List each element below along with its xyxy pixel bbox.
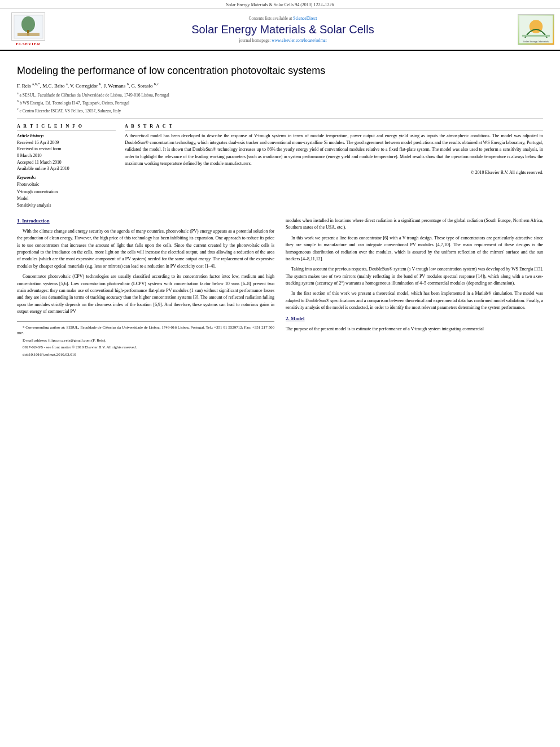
abstract-copyright: © 2010 Elsevier B.V. All rights reserved… <box>125 170 543 175</box>
accepted-date: Accepted 11 March 2010 <box>17 159 116 166</box>
body-col-left: 1. Introduction With the climate change … <box>17 217 274 359</box>
article-container: Modeling the performance of low concentr… <box>0 51 560 370</box>
revised-date: 8 March 2010 <box>17 152 116 159</box>
sciencedirect-link[interactable]: ScienceDirect <box>293 16 317 21</box>
homepage-line: journal homepage: www.elsevier.com/locat… <box>51 38 515 43</box>
authors-text: F. Reis a,b,*, M.C. Brito a, V. Corregid… <box>17 83 159 89</box>
section-2-heading: 2. Model <box>286 315 543 323</box>
keyword-3: Model <box>17 195 116 202</box>
footnote-email: E-mail address: filipa.m.c.reis@gmail.co… <box>17 338 274 344</box>
intro-para-2: Concentrator photovoltaic (CPV) technolo… <box>17 273 274 315</box>
intro-para-right-4: In the first section of this work we pre… <box>286 290 543 311</box>
section-1-heading: 1. Introduction <box>17 217 274 225</box>
section2-text: The purpose of the present model is to e… <box>286 326 543 333</box>
affiliations: a a SESUL, Faculdade de Ciências da Univ… <box>17 91 543 113</box>
top-bar: Solar Energy Materials & Solar Cells 94 … <box>0 0 560 9</box>
keywords-list: Photovoltaic V-trough concentration Mode… <box>17 181 116 209</box>
journal-title: Solar Energy Materials & Solar Cells <box>51 23 515 36</box>
affiliation-a: a a SESUL, Faculdade de Ciências da Univ… <box>17 91 543 98</box>
keywords-label: Keywords: <box>17 175 116 180</box>
homepage-link[interactable]: www.elsevier.com/locate/solmat <box>272 38 326 43</box>
received-date: Received 16 April 2009 <box>17 139 116 146</box>
elsevier-logo-image <box>11 12 45 41</box>
received-revised-label: Received in revised form <box>17 146 116 152</box>
footnote-copyright: 0927-0248/$ - see front matter © 2010 El… <box>17 344 274 351</box>
article-title: Modeling the performance of low concentr… <box>17 64 543 77</box>
svg-rect-6 <box>522 35 550 37</box>
abstract: A B S T R A C T A theoretical model has … <box>125 124 543 209</box>
body-section: 1. Introduction With the climate change … <box>17 217 543 359</box>
keyword-1: Photovoltaic <box>17 181 116 188</box>
info-abstract-section: A R T I C L E I N F O Article history: R… <box>17 124 543 209</box>
history-label: Article history: <box>17 133 116 138</box>
divider-1 <box>17 119 543 119</box>
journal-header: ELSEVIER Contents lists available at Sci… <box>0 9 560 51</box>
svg-rect-3 <box>18 33 40 36</box>
svg-point-1 <box>21 16 35 32</box>
keyword-4: Sensitivity analysis <box>17 202 116 209</box>
svg-text:Solar Energy Materials: Solar Energy Materials <box>523 40 549 43</box>
journal-citation: Solar Energy Materials & Solar Cells 94 … <box>226 2 334 7</box>
footnote-doi: doi:10.1016/j.solmat.2010.03.010 <box>17 352 274 358</box>
abstract-title: A B S T R A C T <box>125 124 543 130</box>
elsevier-brand: ELSEVIER <box>16 42 40 46</box>
footnote-corresponding: * Corresponding author at: SESUL, Faculd… <box>17 325 274 337</box>
affiliation-c: c c Centro Ricerche ISCAT, VS Pellico, 1… <box>17 107 543 114</box>
body-col-right: modules when installed in locations wher… <box>286 217 543 359</box>
affiliation-b: b b WS Energia, Ed. Tecnologia II 47, Ta… <box>17 99 543 106</box>
journal-thumbnail: Solar Energy Materials <box>515 14 554 45</box>
journal-cover-image: Solar Energy Materials <box>518 14 554 45</box>
available-online: Available online 3 April 2010 <box>17 165 116 172</box>
article-info: A R T I C L E I N F O Article history: R… <box>17 124 116 209</box>
article-info-title: A R T I C L E I N F O <box>17 124 116 130</box>
footnotes: * Corresponding author at: SESUL, Faculd… <box>17 321 274 358</box>
keyword-2: V-trough concentration <box>17 189 116 195</box>
intro-para-right-3: Taking into account the previous request… <box>286 266 543 287</box>
contents-line: Contents lists available at ScienceDirec… <box>51 16 515 21</box>
intro-para-right-2: In this work we present a line-focus con… <box>286 235 543 263</box>
intro-para-1: With the climate change and energy secur… <box>17 228 274 270</box>
intro-para-right-1: modules when installed in locations wher… <box>286 217 543 231</box>
abstract-text: A theoretical model has been developed t… <box>125 133 543 168</box>
elsevier-logo: ELSEVIER <box>6 12 51 46</box>
journal-center: Contents lists available at ScienceDirec… <box>51 16 515 43</box>
authors: F. Reis a,b,*, M.C. Brito a, V. Corregid… <box>17 82 543 89</box>
